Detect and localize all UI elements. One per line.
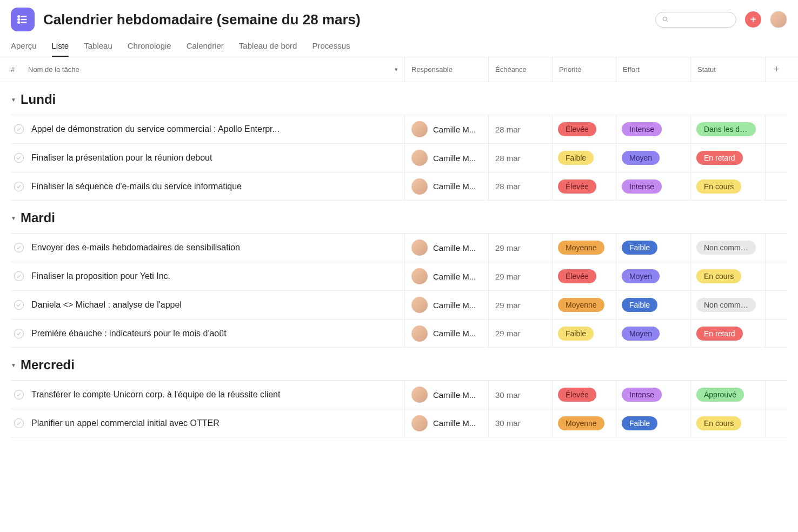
task-assignee[interactable]: Camille M... bbox=[405, 234, 489, 262]
table-row[interactable]: Finaliser la présentation pour la réunio… bbox=[11, 143, 787, 172]
section-header[interactable]: ▼Mardi bbox=[11, 201, 787, 233]
column-responsible[interactable]: Responsable bbox=[405, 57, 489, 82]
column-effort[interactable]: Effort bbox=[616, 57, 691, 82]
tab-processus[interactable]: Processus bbox=[312, 36, 350, 57]
task-status[interactable]: En cours bbox=[691, 172, 766, 200]
task-check[interactable] bbox=[11, 329, 28, 338]
priority-pill: Élevée bbox=[558, 122, 596, 136]
task-assignee[interactable]: Camille M... bbox=[405, 320, 489, 347]
column-task-name[interactable]: Nom de la tâche ▾ bbox=[28, 57, 405, 82]
task-check[interactable] bbox=[11, 243, 28, 252]
task-name[interactable]: Finaliser la présentation pour la réunio… bbox=[28, 144, 405, 172]
task-status[interactable]: Approuvé bbox=[691, 381, 766, 409]
task-effort[interactable]: Moyen bbox=[616, 144, 691, 172]
check-circle-icon bbox=[14, 182, 24, 191]
task-priority[interactable]: Moyenne bbox=[553, 409, 616, 437]
table-row[interactable]: Finaliser la proposition pour Yeti Inc.C… bbox=[11, 262, 787, 290]
task-check[interactable] bbox=[11, 300, 28, 310]
task-effort[interactable]: Faible bbox=[616, 291, 691, 319]
table-row[interactable]: Première ébauche : indicateurs pour le m… bbox=[11, 319, 787, 348]
task-status[interactable]: Non comme... bbox=[691, 291, 766, 319]
task-status[interactable]: Non comme... bbox=[691, 234, 766, 262]
task-check[interactable] bbox=[11, 153, 28, 163]
task-check[interactable] bbox=[11, 124, 28, 134]
task-assignee[interactable]: Camille M... bbox=[405, 381, 489, 409]
task-assignee[interactable]: Camille M... bbox=[405, 291, 489, 319]
task-name[interactable]: Transférer le compte Unicorn corp. à l'é… bbox=[28, 381, 405, 409]
assignee-avatar bbox=[411, 150, 428, 166]
task-check[interactable] bbox=[11, 182, 28, 191]
task-assignee[interactable]: Camille M... bbox=[405, 115, 489, 143]
task-effort[interactable]: Faible bbox=[616, 409, 691, 437]
task-due[interactable]: 28 mar bbox=[489, 172, 553, 200]
effort-pill: Faible bbox=[622, 298, 657, 312]
task-priority[interactable]: Moyenne bbox=[553, 291, 616, 319]
task-name[interactable]: Finaliser la proposition pour Yeti Inc. bbox=[28, 262, 405, 290]
task-assignee[interactable]: Camille M... bbox=[405, 262, 489, 290]
task-status[interactable]: En retard bbox=[691, 144, 766, 172]
task-assignee[interactable]: Camille M... bbox=[405, 172, 489, 200]
add-button[interactable]: + bbox=[745, 11, 761, 28]
task-priority[interactable]: Élevée bbox=[553, 172, 616, 200]
table-row[interactable]: Finaliser la séquence d'e-mails du servi… bbox=[11, 172, 787, 201]
task-due[interactable]: 29 mar bbox=[489, 291, 553, 319]
task-assignee[interactable]: Camille M... bbox=[405, 409, 489, 437]
task-check[interactable] bbox=[11, 390, 28, 400]
section-header[interactable]: ▼Lundi bbox=[11, 82, 787, 115]
task-effort[interactable]: Moyen bbox=[616, 262, 691, 290]
task-effort[interactable]: Intense bbox=[616, 172, 691, 200]
task-name[interactable]: Daniela <> Michael : analyse de l'appel bbox=[28, 291, 405, 319]
task-name[interactable]: Envoyer des e-mails hebdomadaires de sen… bbox=[28, 234, 405, 262]
task-status[interactable]: En cours bbox=[691, 409, 766, 437]
task-priority[interactable]: Moyenne bbox=[553, 234, 616, 262]
tab-liste[interactable]: Liste bbox=[52, 36, 69, 57]
task-effort[interactable]: Faible bbox=[616, 234, 691, 262]
task-priority[interactable]: Élevée bbox=[553, 381, 616, 409]
task-effort[interactable]: Intense bbox=[616, 115, 691, 143]
task-due[interactable]: 29 mar bbox=[489, 262, 553, 290]
column-hash: # bbox=[11, 65, 28, 74]
tab-tableau de bord[interactable]: Tableau de bord bbox=[239, 36, 297, 57]
search-input[interactable] bbox=[673, 16, 729, 24]
task-name[interactable]: Appel de démonstration du service commer… bbox=[28, 115, 405, 143]
tab-tableau[interactable]: Tableau bbox=[84, 36, 112, 57]
task-priority[interactable]: Élevée bbox=[553, 262, 616, 290]
task-name[interactable]: Finaliser la séquence d'e-mails du servi… bbox=[28, 172, 405, 200]
task-name[interactable]: Première ébauche : indicateurs pour le m… bbox=[28, 320, 405, 347]
table-row[interactable]: Planifier un appel commercial initial av… bbox=[11, 409, 787, 437]
search-box[interactable] bbox=[655, 12, 736, 28]
table-row[interactable]: Daniela <> Michael : analyse de l'appelC… bbox=[11, 290, 787, 319]
task-due[interactable]: 29 mar bbox=[489, 320, 553, 347]
user-avatar[interactable] bbox=[770, 11, 787, 28]
table-row[interactable]: Envoyer des e-mails hebdomadaires de sen… bbox=[11, 233, 787, 262]
tab-calendrier[interactable]: Calendrier bbox=[187, 36, 224, 57]
table-row[interactable]: Appel de démonstration du service commer… bbox=[11, 115, 787, 143]
task-due[interactable]: 30 mar bbox=[489, 381, 553, 409]
task-due[interactable]: 28 mar bbox=[489, 115, 553, 143]
task-priority[interactable]: Faible bbox=[553, 144, 616, 172]
task-check[interactable] bbox=[11, 271, 28, 281]
section-header[interactable]: ▼Mercredi bbox=[11, 348, 787, 380]
add-column-button[interactable]: + bbox=[766, 64, 787, 75]
tab-aperçu[interactable]: Aperçu bbox=[11, 36, 37, 57]
task-assignee[interactable]: Camille M... bbox=[405, 144, 489, 172]
tab-chronologie[interactable]: Chronologie bbox=[128, 36, 171, 57]
task-due[interactable]: 30 mar bbox=[489, 409, 553, 437]
task-due[interactable]: 29 mar bbox=[489, 234, 553, 262]
task-effort[interactable]: Moyen bbox=[616, 320, 691, 347]
assignee-avatar bbox=[411, 121, 428, 137]
table-row[interactable]: Transférer le compte Unicorn corp. à l'é… bbox=[11, 380, 787, 409]
task-status[interactable]: En cours bbox=[691, 262, 766, 290]
task-name[interactable]: Planifier un appel commercial initial av… bbox=[28, 409, 405, 437]
task-check[interactable] bbox=[11, 418, 28, 428]
task-priority[interactable]: Faible bbox=[553, 320, 616, 347]
column-due-date[interactable]: Échéance bbox=[489, 57, 553, 82]
task-priority[interactable]: Élevée bbox=[553, 115, 616, 143]
column-priority[interactable]: Priorité bbox=[553, 57, 616, 82]
task-due[interactable]: 28 mar bbox=[489, 144, 553, 172]
task-status[interactable]: En retard bbox=[691, 320, 766, 347]
task-effort[interactable]: Intense bbox=[616, 381, 691, 409]
task-status[interactable]: Dans les dél... bbox=[691, 115, 766, 143]
svg-point-6 bbox=[663, 17, 667, 21]
column-status[interactable]: Statut bbox=[691, 57, 766, 82]
